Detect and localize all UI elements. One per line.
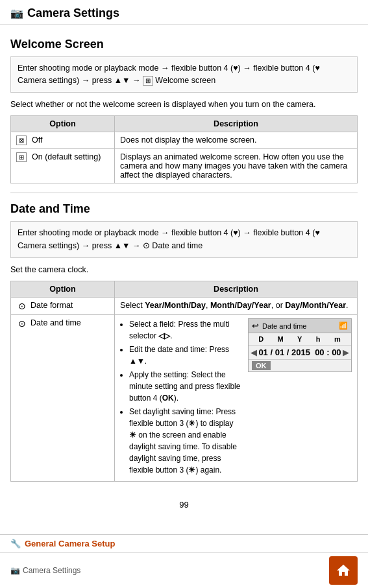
section1-infobox: Enter shooting mode or playback mode → f… (10, 56, 358, 93)
bullet-3: Apply the setting: Select the minute set… (129, 369, 241, 404)
option-off-label: Off (32, 135, 42, 145)
option-date-time: ⊙ Date and time (11, 315, 115, 482)
section-divider (10, 193, 358, 193)
option-date-format: ⊙ Date format (11, 298, 115, 315)
footer-cam-icon: 📷 (10, 566, 20, 575)
date-time-bullets: Select a field: Press the multi selector… (120, 318, 241, 478)
date-format-label: Date format (31, 301, 73, 310)
page-number: 99 (0, 495, 368, 515)
table-row: ⊠ Off Does not display the welcome scree… (11, 132, 358, 149)
description-off: Does not display the welcome screen. (115, 132, 358, 149)
mockup-header: ↩ Date and time 📶 (249, 319, 351, 333)
home-button[interactable] (329, 556, 358, 585)
col-y: Y (297, 335, 302, 343)
section1-title: Welcome Screen (10, 38, 358, 51)
left-arrow-icon: ◀ (251, 347, 257, 357)
mockup-title: Date and time (262, 322, 306, 330)
section2-table: Option Description ⊙ Date format Select … (10, 281, 358, 482)
on-icon: ⊞ (16, 152, 27, 162)
section1-desc: Select whether or not the welcome screen… (10, 99, 358, 111)
col-header-option: Option (11, 116, 115, 132)
description-date-format: Select Year/Month/Day, Month/Day/Year, o… (115, 298, 358, 315)
col2-header-option: Option (11, 281, 115, 298)
date-time-icon: ⊙ (16, 318, 28, 329)
date-value: 01 / 01 / 2015 00 : 00 (258, 347, 341, 357)
footer-top-label: General Camera Setup (25, 539, 115, 548)
footer-setup-icon: 🔧 (10, 539, 21, 548)
section2-title: Date and Time (10, 202, 358, 216)
col2-header-description: Description (115, 281, 358, 298)
date-time-label: Date and time (31, 318, 81, 327)
option-on: ⊞ On (default setting) (11, 149, 115, 183)
home-icon (336, 563, 351, 578)
col-m2: m (334, 335, 341, 343)
table-row: ⊞ On (default setting) Displays an anima… (11, 149, 358, 183)
col-header-description: Description (115, 116, 358, 132)
mockup-values: ◀ 01 / 01 / 2015 00 : 00 ▶ (249, 346, 351, 359)
section1-table: Option Description ⊠ Off Does not displa… (10, 115, 358, 183)
ok-button[interactable]: OK (252, 361, 271, 370)
footer-top: 🔧 General Camera Setup (0, 535, 368, 552)
table-row: ⊙ Date and time Select a field: Press th… (11, 315, 358, 482)
mockup-ok-area: OK (249, 359, 351, 371)
description-date-time: Select a field: Press the multi selector… (115, 315, 358, 482)
footer-cam-label: 📷 Camera Settings (10, 566, 80, 575)
section2-infobox: Enter shooting mode or playback mode → f… (10, 221, 358, 258)
right-arrow-icon: ▶ (343, 347, 349, 357)
mockup-columns: D M Y h m (249, 333, 351, 346)
option-on-label: On (default setting) (32, 152, 101, 161)
camera-settings-icon: 📷 (10, 7, 23, 19)
col-h: h (316, 335, 321, 343)
bullet-4: Set daylight saving time: Press flexible… (129, 406, 241, 476)
off-icon: ⊠ (16, 135, 27, 145)
wifi-icon: 📶 (339, 322, 348, 330)
back-arrow-icon: ↩ (252, 321, 259, 331)
option-off: ⊠ Off (11, 132, 115, 149)
camera-screen-mockup: ↩ Date and time 📶 D M Y h m (248, 318, 352, 372)
section2-desc: Set the camera clock. (10, 265, 358, 276)
content-area: Welcome Screen Enter shooting mode or pl… (0, 25, 368, 495)
footer-bottom: 📷 Camera Settings (0, 552, 368, 588)
footer: 🔧 General Camera Setup 📷 Camera Settings (0, 534, 368, 588)
date-format-icon: ⊙ (16, 301, 28, 311)
page-header: 📷 Camera Settings (0, 0, 368, 25)
bullet-2: Edit the date and time: Press ▲▼. (129, 344, 241, 367)
page-title: Camera Settings (27, 6, 119, 20)
footer-bottom-label: Camera Settings (23, 566, 80, 575)
col-d: D (258, 335, 264, 343)
col-m: M (278, 335, 284, 343)
bullet-1: Select a field: Press the multi selector… (129, 318, 241, 342)
description-on: Displays an animated welcome screen. How… (115, 149, 358, 183)
table-row: ⊙ Date format Select Year/Month/Day, Mon… (11, 298, 358, 315)
